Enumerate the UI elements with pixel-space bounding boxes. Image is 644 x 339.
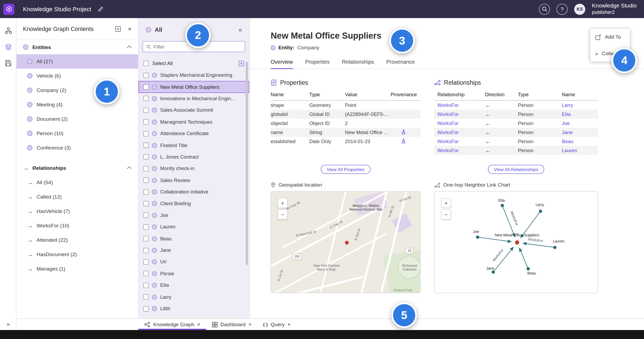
relationship-type-link[interactable]: WorksFor bbox=[437, 130, 485, 135]
link-chart-canvas[interactable] bbox=[435, 192, 598, 293]
entity-list-item[interactable]: New Metal Office Suppliers bbox=[138, 81, 249, 93]
related-entity-link[interactable]: Joe bbox=[562, 120, 598, 126]
add-panel-button[interactable] bbox=[115, 26, 121, 32]
entities-section-header[interactable]: Entities bbox=[17, 40, 138, 54]
entity-filter-item[interactable]: Document (2) bbox=[17, 112, 138, 126]
relationship-filter-item[interactable]: → All (54) bbox=[17, 175, 138, 189]
relationship-filter-item[interactable]: → HasVehicle (7) bbox=[17, 204, 138, 218]
user-avatar[interactable]: KS bbox=[574, 3, 585, 15]
detail-tab[interactable]: Overview bbox=[271, 59, 293, 69]
entity-location-marker[interactable] bbox=[345, 241, 349, 245]
search-button[interactable] bbox=[539, 3, 550, 15]
tab-query[interactable]: { } Query × bbox=[257, 319, 296, 330]
graph-node-jane[interactable] bbox=[492, 271, 495, 274]
item-checkbox[interactable] bbox=[143, 177, 149, 183]
entity-list-item[interactable]: Collaboration initiative bbox=[138, 186, 249, 198]
map-canvas[interactable]: N 3rd St N 4th St N 3rd St N 1st St W Cl… bbox=[271, 192, 420, 293]
entity-filter-item[interactable]: Meeting (4) bbox=[17, 97, 138, 112]
item-checkbox[interactable] bbox=[143, 283, 149, 288]
tab-dashboard[interactable]: Dashboard × bbox=[206, 319, 257, 330]
entity-list-item[interactable]: Sales Associate Summit bbox=[138, 104, 249, 116]
detail-tab[interactable]: Relationships bbox=[342, 59, 374, 69]
item-checkbox[interactable] bbox=[143, 143, 149, 148]
item-checkbox[interactable] bbox=[143, 154, 149, 160]
close-panel-button[interactable]: × bbox=[128, 25, 132, 32]
relationship-type-link[interactable]: WorksFor bbox=[437, 120, 485, 126]
entity-list-item[interactable]: Firebird Title bbox=[138, 139, 249, 151]
edit-title-button[interactable] bbox=[98, 6, 104, 12]
chevron-up-icon[interactable] bbox=[127, 166, 131, 171]
zoom-in-button[interactable]: + bbox=[278, 198, 287, 208]
item-checkbox[interactable] bbox=[143, 224, 149, 230]
item-checkbox[interactable] bbox=[143, 201, 149, 206]
graph-node-larry[interactable] bbox=[539, 209, 542, 213]
related-entity-link[interactable]: Jane bbox=[562, 130, 598, 135]
entity-list-item[interactable]: Etta bbox=[138, 280, 249, 291]
relationship-filter-item[interactable]: → Called (12) bbox=[17, 189, 138, 204]
item-checkbox[interactable] bbox=[143, 189, 149, 195]
help-button[interactable]: ? bbox=[557, 3, 568, 15]
select-all-checkbox[interactable] bbox=[143, 60, 149, 66]
menu-item-add-to[interactable]: Add To bbox=[590, 29, 630, 45]
collapse-panel-button[interactable]: « bbox=[238, 26, 242, 33]
item-checkbox[interactable] bbox=[143, 236, 149, 241]
entity-list-item[interactable]: Lauren bbox=[138, 221, 249, 233]
relationships-section-header[interactable]: → Relationships bbox=[17, 161, 138, 175]
item-checkbox[interactable] bbox=[143, 259, 149, 265]
entity-list-item[interactable]: Joe bbox=[138, 209, 249, 221]
entity-filter-item[interactable]: All (27) bbox=[17, 54, 138, 69]
relationship-filter-item[interactable]: → HasDocument (2) bbox=[17, 247, 138, 261]
view-all-relationships-button[interactable]: View All Relationships bbox=[488, 165, 544, 174]
entity-list-item[interactable]: Persie bbox=[138, 268, 249, 280]
layers-tool-button[interactable] bbox=[0, 39, 17, 55]
item-checkbox[interactable] bbox=[143, 166, 149, 171]
relationship-filter-item[interactable]: → WorksFor (10) bbox=[17, 218, 138, 233]
item-checkbox[interactable] bbox=[143, 248, 149, 253]
related-entity-link[interactable]: Beau bbox=[562, 139, 598, 144]
relationship-filter-item[interactable]: → Attended (22) bbox=[17, 233, 138, 247]
rail-expand-button[interactable]: » bbox=[0, 321, 17, 328]
graph-node-lauren[interactable] bbox=[553, 246, 556, 249]
entity-list-item[interactable]: Uri bbox=[138, 256, 249, 268]
schema-tool-button[interactable] bbox=[0, 22, 17, 39]
detail-tab[interactable]: Properties bbox=[305, 59, 329, 69]
close-tab-icon[interactable]: × bbox=[288, 321, 291, 328]
related-entity-link[interactable]: Lauren bbox=[562, 148, 598, 154]
graph-node-joe[interactable] bbox=[476, 236, 479, 239]
view-all-properties-button[interactable]: View All Properties bbox=[321, 165, 370, 174]
close-tab-icon[interactable]: × bbox=[248, 321, 252, 328]
entity-filter-item[interactable]: Company (2) bbox=[17, 83, 138, 98]
add-selected-button[interactable] bbox=[238, 60, 244, 66]
entity-list-item[interactable]: Larry bbox=[138, 291, 249, 303]
item-checkbox[interactable] bbox=[143, 108, 149, 113]
item-checkbox[interactable] bbox=[143, 213, 149, 218]
relationship-type-link[interactable]: WorksFor bbox=[437, 102, 485, 108]
relationship-filter-item[interactable]: → Manages (1) bbox=[17, 261, 138, 276]
entity-list-item[interactable]: Beau bbox=[138, 233, 249, 245]
detail-tab[interactable]: Provenance bbox=[386, 59, 415, 69]
item-checkbox[interactable] bbox=[143, 119, 149, 125]
entity-list-item[interactable]: Client Briefing bbox=[138, 198, 249, 209]
entity-list-item[interactable]: Jane bbox=[138, 244, 249, 256]
entity-list-item[interactable]: Staplers Mechanical Engineering bbox=[138, 70, 249, 81]
item-checkbox[interactable] bbox=[143, 72, 149, 78]
chevron-up-icon[interactable] bbox=[127, 45, 131, 50]
item-checkbox[interactable] bbox=[143, 84, 149, 90]
item-checkbox[interactable] bbox=[143, 294, 149, 300]
app-logo[interactable] bbox=[3, 3, 14, 15]
relationship-type-link[interactable]: WorksFor bbox=[437, 148, 485, 154]
zoom-out-button[interactable]: − bbox=[278, 209, 287, 219]
zoom-in-button[interactable]: + bbox=[441, 198, 451, 208]
zoom-out-button[interactable]: − bbox=[441, 209, 451, 219]
tab-knowledge-graph[interactable]: Knowledge Graph × bbox=[138, 319, 206, 330]
entity-filter-item[interactable]: Person (10) bbox=[17, 126, 138, 140]
entity-list-item[interactable]: L. Jones Contract bbox=[138, 151, 249, 163]
graph-node-etta[interactable] bbox=[501, 204, 504, 207]
graph-node-beau[interactable] bbox=[527, 267, 530, 270]
entity-list-item[interactable]: Attendance Certificate bbox=[138, 128, 249, 140]
entity-list-item[interactable]: Sales Review bbox=[138, 175, 249, 186]
entity-list-item[interactable]: Lilith bbox=[138, 303, 249, 314]
provenance-flask-icon[interactable] bbox=[401, 138, 406, 144]
related-entity-link[interactable]: Larry bbox=[562, 102, 598, 108]
entity-list-item[interactable]: Innovations in Mechanical Engin... bbox=[138, 93, 249, 104]
